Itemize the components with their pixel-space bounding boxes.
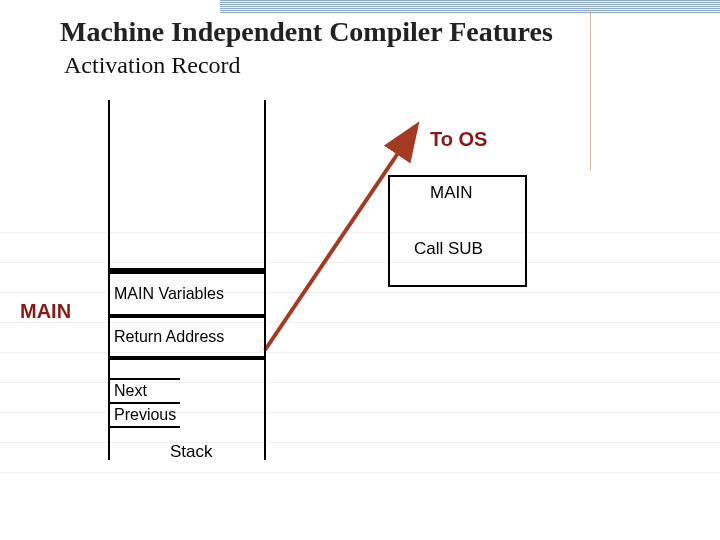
stack-cell-next-prev: Next Previous (108, 378, 180, 428)
stack-cell-return-address: Return Address (108, 316, 266, 358)
codebox-call: Call SUB (414, 239, 483, 259)
slide-subtitle: Activation Record (64, 52, 241, 79)
stack-cell-ret-bottom (108, 358, 266, 360)
codebox-main: MAIN (430, 183, 473, 203)
stack-cell-next: Next (110, 380, 180, 404)
to-os-label: To OS (430, 128, 487, 151)
slide-title: Machine Independent Compiler Features (60, 16, 553, 48)
stack-bottom-label: Stack (170, 442, 213, 462)
header-stripes (220, 0, 720, 14)
stack-cell-previous: Previous (110, 404, 180, 426)
stack-diagram: MAIN Variables Return Address Next Previ… (108, 100, 266, 490)
code-box: MAIN Call SUB (388, 175, 527, 287)
decorative-vline (590, 10, 591, 170)
main-side-label: MAIN (20, 300, 71, 323)
stack-cell-main-variables: MAIN Variables (108, 268, 266, 316)
